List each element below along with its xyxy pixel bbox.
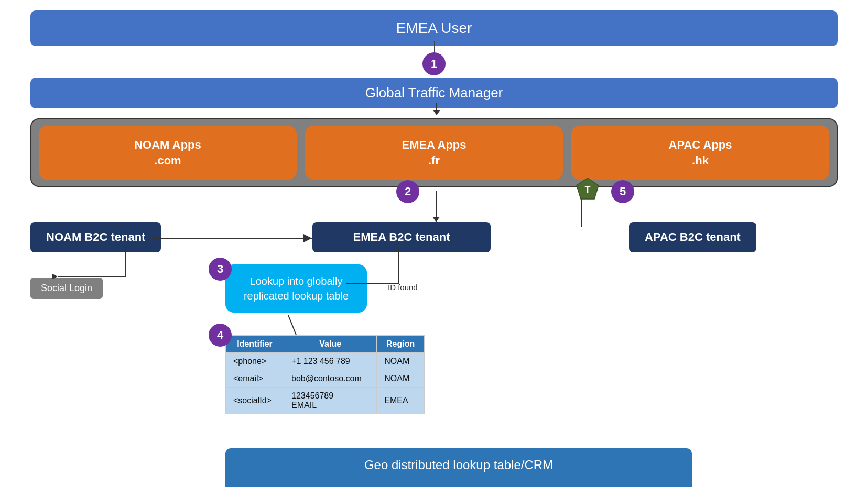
emea-apps-box: EMEA Apps .fr [305, 126, 563, 180]
badge-1: 1 [422, 52, 446, 75]
pentagon-t-icon: T [576, 177, 600, 203]
table-cell-0-1: +1 123 456 789 [284, 353, 377, 370]
table-cell-0-2: NOAM [377, 353, 425, 370]
col-region: Region [377, 336, 425, 353]
badge-3: 3 [209, 258, 232, 281]
noam-apps-box: NOAM Apps .com [39, 126, 297, 180]
apac-b2c-tenant: APAC B2C tenant [629, 222, 756, 252]
emea-b2c-tenant: EMEA B2C tenant [312, 222, 491, 252]
col-value: Value [284, 336, 377, 353]
geo-bar: Geo distributed lookup table/CRM [225, 448, 692, 487]
noam-b2c-tenant: NOAM B2C tenant [30, 222, 161, 252]
arrow-gtm-apps [433, 103, 440, 115]
apac-apps-box: APAC Apps .hk [571, 126, 829, 180]
id-found-label: ID found [388, 283, 418, 292]
table-cell-1-0: <email> [226, 370, 284, 388]
apps-row: NOAM Apps .com EMEA Apps .fr APAC Apps .… [30, 118, 838, 187]
badge-2: 2 [396, 180, 419, 203]
table-cell-1-2: NOAM [377, 370, 425, 388]
table-cell-2-2: EMEA [377, 388, 425, 414]
badge-5: 5 [611, 180, 634, 203]
svg-text:T: T [585, 184, 591, 195]
arrow-emea-apps-b2c [432, 191, 440, 222]
lookup-table: Identifier Value Region <phone>+1 123 45… [225, 335, 425, 414]
lookup-bubble: Lookup into globally replicated lookup t… [225, 264, 367, 313]
diagram-container: EMEA User 1 Global Traffic Manager NOAM … [0, 0, 868, 487]
table-cell-0-0: <phone> [226, 353, 284, 370]
badge-4: 4 [209, 324, 232, 347]
arrow-noam-emea-svg [152, 230, 320, 246]
social-login-box: Social Login [30, 278, 103, 299]
col-identifier: Identifier [226, 336, 284, 353]
table-cell-1-1: bob@contoso.com [284, 370, 377, 388]
table-cell-2-0: <socialId> [226, 388, 284, 414]
table-cell-2-1: 123456789 EMAIL [284, 388, 377, 414]
